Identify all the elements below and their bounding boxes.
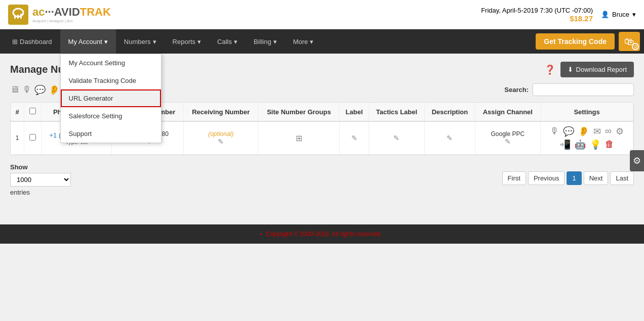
calls-label: Calls <box>217 38 232 45</box>
first-button[interactable]: First <box>502 171 526 185</box>
nav-numbers[interactable]: Numbers ▾ <box>116 29 165 54</box>
side-settings-button[interactable]: ⚙ <box>630 150 644 171</box>
receiving-number: (optional) <box>188 130 254 137</box>
download-icon: ⬇ <box>568 66 573 73</box>
dropdown-item-my-account-setting[interactable]: My Account Setting <box>61 54 161 72</box>
previous-button[interactable]: Previous <box>528 171 565 185</box>
ear-icon[interactable]: 👂 <box>49 84 60 96</box>
dropdown-item-support[interactable]: Support <box>61 125 161 143</box>
gear-icon[interactable]: ⚙ <box>616 126 624 137</box>
top-bar: ac···AVIDTRAK Acquire | Analyze | Act Fr… <box>0 0 644 29</box>
row-checkbox[interactable] <box>29 134 36 141</box>
cell-description: ✎ <box>425 121 475 155</box>
col-num: # <box>11 103 24 121</box>
my-account-dropdown: My Account Setting Validate Tracking Cod… <box>60 54 162 143</box>
col-settings: Settings <box>541 103 633 121</box>
nav-reports[interactable]: Reports ▾ <box>165 29 210 54</box>
nav-dashboard[interactable]: ⊞ Dashboard <box>4 29 60 54</box>
svg-rect-3 <box>20 14 22 19</box>
footer: ▪ Copyright © 2009-2019, All rights rese… <box>0 224 644 244</box>
col-checkbox <box>24 103 42 121</box>
col-description: Description <box>425 103 475 121</box>
balance-display: $18.27 <box>481 14 593 23</box>
mic-icon[interactable]: 🎙 <box>550 126 559 137</box>
email-icon[interactable]: ✉ <box>593 126 601 137</box>
forward-icon[interactable]: 📲 <box>559 139 571 150</box>
chat-icon[interactable]: 💬 <box>563 126 574 137</box>
nav-more[interactable]: More ▾ <box>285 29 322 54</box>
help-button[interactable]: ❓ <box>544 64 555 75</box>
more-caret: ▾ <box>310 38 313 45</box>
numbers-caret: ▾ <box>153 38 156 45</box>
dropdown-item-validate-tracking[interactable]: Validate Tracking Code <box>61 72 161 89</box>
select-all-checkbox[interactable] <box>29 108 36 114</box>
user-menu[interactable]: 👤 Bruce ▾ <box>601 11 636 18</box>
robot-icon[interactable]: 🤖 <box>575 139 586 150</box>
download-label: Download Report <box>576 66 627 73</box>
dashboard-icon: ⊞ <box>12 38 18 45</box>
logo-icon <box>8 5 28 25</box>
nav-bar: ⊞ Dashboard My Account ▾ My Account Sett… <box>0 29 644 54</box>
nav-right: Get Tracking Code 🛍 ⚙ <box>536 32 640 51</box>
next-button[interactable]: Next <box>584 171 609 185</box>
channel-edit-icon[interactable]: ✎ <box>479 137 536 146</box>
tactics-edit-icon[interactable]: ✎ <box>373 134 421 142</box>
my-account-caret: ▾ <box>104 38 108 45</box>
dropdown-item-salesforce[interactable]: Salesforce Setting <box>61 107 161 125</box>
col-tactics: Tactics Label <box>369 103 425 121</box>
delete-icon[interactable]: 🗑 <box>605 139 614 150</box>
download-report-button[interactable]: ⬇ Download Report <box>560 62 634 77</box>
search-area: Search: <box>504 83 634 96</box>
more-label: More <box>293 38 308 45</box>
cell-label: ✎ <box>340 121 369 155</box>
user-name: Bruce <box>612 11 629 18</box>
reports-label: Reports <box>173 38 196 45</box>
last-button[interactable]: Last <box>610 171 634 185</box>
numbers-label: Numbers <box>124 38 151 45</box>
description-edit-icon[interactable]: ✎ <box>429 134 470 142</box>
search-label: Search: <box>504 86 529 94</box>
cell-checkbox <box>24 121 42 155</box>
receiving-edit-icon[interactable]: ✎ <box>188 137 254 146</box>
cell-settings: 🎙 💬 👂 ✉ ∞ ⚙ 📲 🤖 💡 🗑 <box>541 121 633 155</box>
footer-text: Copyright © 2009-2019, All rights reserv… <box>266 231 382 238</box>
nav-calls[interactable]: Calls ▾ <box>209 29 246 54</box>
tracking-code-button[interactable]: Get Tracking Code <box>536 33 615 50</box>
show-select[interactable]: 10 25 50 100 1000 <box>10 173 71 187</box>
footer-icon: ▪ <box>260 231 262 238</box>
top-right: Friday, April-5-2019 7:30 (UTC -07:00) $… <box>481 7 636 23</box>
logo-text: ac···AVIDTRAK <box>32 6 111 18</box>
billing-label: Billing <box>254 38 271 45</box>
microphone-icon[interactable]: 🎙 <box>22 84 31 95</box>
bottom-bar: Show 10 25 50 100 1000 entries First Pre… <box>10 163 634 196</box>
svg-rect-2 <box>17 15 19 19</box>
bag-icon[interactable]: 🛍 ⚙ <box>619 32 640 51</box>
record-icon[interactable]: ∞ <box>605 126 612 137</box>
user-icon: 👤 <box>601 11 609 18</box>
header-actions: ❓ ⬇ Download Report <box>544 62 634 77</box>
cell-tactics: ✎ <box>369 121 425 155</box>
bag-badge: ⚙ <box>632 43 639 50</box>
search-input[interactable] <box>533 83 634 96</box>
cell-receiving: (optional) ✎ <box>184 121 258 155</box>
listen-icon[interactable]: 👂 <box>578 126 589 137</box>
comment-icon[interactable]: 💬 <box>34 84 46 96</box>
dropdown-item-url-generator[interactable]: URL Generator <box>61 89 161 107</box>
page-1-button[interactable]: 1 <box>567 171 581 185</box>
billing-caret: ▾ <box>273 38 277 45</box>
calls-caret: ▾ <box>234 38 237 45</box>
datetime-display: Friday, April-5-2019 7:30 (UTC -07:00) $… <box>481 7 593 23</box>
entries-label: entries <box>10 189 71 196</box>
nav-my-account[interactable]: My Account ▾ My Account Setting Validate… <box>60 29 116 54</box>
user-caret: ▾ <box>632 11 636 18</box>
bulb-icon[interactable]: 💡 <box>590 139 601 150</box>
site-groups-icon[interactable]: ⊞ <box>296 134 302 143</box>
logo-area: ac···AVIDTRAK Acquire | Analyze | Act <box>8 5 111 25</box>
label-edit-icon[interactable]: ✎ <box>344 134 364 142</box>
monitor-icon[interactable]: 🖥 <box>10 84 19 95</box>
logo-tagline: Acquire | Analyze | Act <box>32 19 111 23</box>
cell-site-groups: ⊞ <box>258 121 340 155</box>
cell-channel: Google PPC ✎ <box>475 121 540 155</box>
my-account-label: My Account <box>68 38 102 45</box>
nav-billing[interactable]: Billing ▾ <box>246 29 285 54</box>
